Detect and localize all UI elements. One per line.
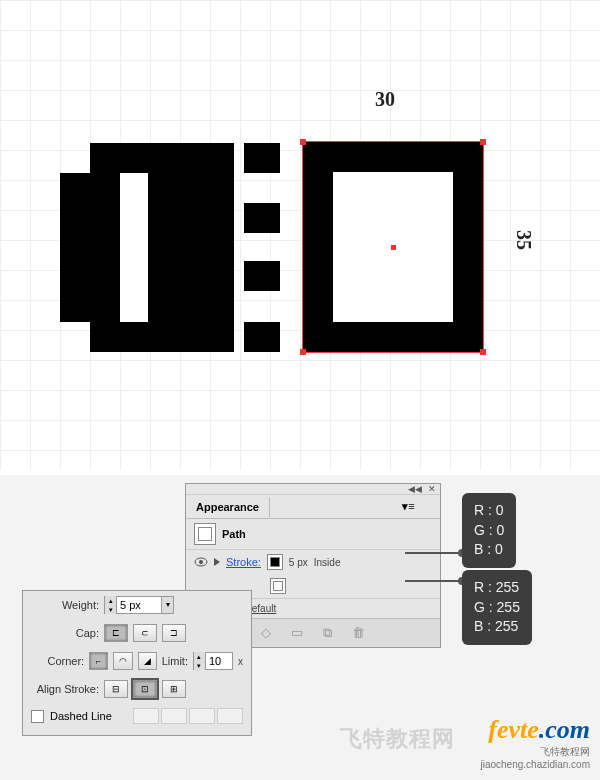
close-icon[interactable]: ✕ <box>428 484 436 494</box>
panel-menu-icon[interactable]: ▾≡ <box>270 496 440 517</box>
selection-handle-bl[interactable] <box>300 349 306 355</box>
callout-line-stroke <box>405 552 463 554</box>
limit-label: Limit: <box>162 655 188 667</box>
new-stroke-icon[interactable]: ▭ <box>291 625 303 641</box>
panels-area: ◀◀ ✕ Appearance ▾≡ Path Stroke: 5 px Ins… <box>0 475 600 780</box>
appearance-tab[interactable]: Appearance <box>186 497 270 517</box>
visibility-toggle-icon[interactable] <box>194 555 208 569</box>
corner-bevel-button[interactable]: ◢ <box>138 652 157 670</box>
trash-icon[interactable]: 🗑 <box>352 625 365 641</box>
callout-line-fill <box>405 580 463 582</box>
cap-projecting-button[interactable]: ⊐ <box>162 624 186 642</box>
site-logo: fevte.com 飞特教程网 jiaocheng.chazidian.com <box>480 715 590 770</box>
stroke-weight-value: 5 px <box>289 557 308 568</box>
rgb-fill-callout: R : 255 G : 255 B : 255 <box>462 570 532 645</box>
duplicate-icon[interactable]: ⧉ <box>323 625 332 641</box>
corner-label: Corner: <box>31 655 84 667</box>
logo-tagline: 飞特教程网 <box>480 745 590 759</box>
rgb-stroke-callout: R : 0 G : 0 B : 0 <box>462 493 516 568</box>
logo-brand-b: .com <box>539 715 590 744</box>
logo-brand-a: fevte <box>488 715 539 744</box>
artboard[interactable]: 30 35 <box>0 0 600 470</box>
rgb-r: R : 0 <box>474 501 504 521</box>
collapse-icon[interactable]: ◀◀ <box>408 484 422 494</box>
pixel-shape-left[interactable] <box>60 143 234 352</box>
cap-round-button[interactable]: ⊂ <box>133 624 157 642</box>
dimension-width: 30 <box>375 88 395 111</box>
dashed-line-label: Dashed Line <box>50 710 112 722</box>
corner-round-button[interactable]: ◠ <box>113 652 132 670</box>
stroke-swatch[interactable] <box>267 554 283 570</box>
svg-point-1 <box>199 560 203 564</box>
selection-center <box>391 245 396 250</box>
limit-unit: x <box>238 656 243 667</box>
dimension-height: 35 <box>512 230 535 250</box>
rgb-r: R : 255 <box>474 578 520 598</box>
weight-stepper[interactable]: ▴▾ ▾ <box>104 596 174 614</box>
weight-label: Weight: <box>31 599 99 611</box>
stroke-link[interactable]: Stroke: <box>226 556 261 568</box>
fill-swatch[interactable] <box>270 578 286 594</box>
stroke-align-value: Inside <box>314 557 341 568</box>
selection-handle-tl[interactable] <box>300 139 306 145</box>
cap-butt-button[interactable]: ⊏ <box>104 624 128 642</box>
weight-dropdown[interactable]: ▾ <box>161 597 173 613</box>
pixel-stripes[interactable] <box>244 143 280 352</box>
rgb-b: B : 255 <box>474 617 520 637</box>
watermark: 飞特教程网 <box>340 724 455 754</box>
dashed-line-checkbox[interactable] <box>31 710 44 723</box>
expand-icon[interactable] <box>214 558 220 566</box>
object-thumbnail <box>194 523 216 545</box>
corner-miter-button[interactable]: ⌐ <box>89 652 108 670</box>
logo-url: jiaocheng.chazidian.com <box>480 759 590 770</box>
limit-input[interactable] <box>206 653 232 669</box>
selection-handle-br[interactable] <box>480 349 486 355</box>
selection-handle-tr[interactable] <box>480 139 486 145</box>
weight-input[interactable] <box>117 597 161 613</box>
align-stroke-label: Align Stroke: <box>31 683 99 695</box>
new-fill-icon[interactable]: ◇ <box>261 625 271 641</box>
align-inside-button[interactable]: ⊡ <box>133 680 157 698</box>
align-outside-button[interactable]: ⊞ <box>162 680 186 698</box>
cap-label: Cap: <box>31 627 99 639</box>
rgb-g: G : 0 <box>474 521 504 541</box>
dash-pattern-inputs <box>133 708 243 724</box>
align-center-button[interactable]: ⊟ <box>104 680 128 698</box>
limit-stepper[interactable]: ▴▾ <box>193 652 233 670</box>
object-type-label: Path <box>222 528 246 540</box>
stroke-panel[interactable]: Weight: ▴▾ ▾ Cap: ⊏ ⊂ ⊐ Corner: ⌐ ◠ ◢ Li… <box>22 590 252 736</box>
rgb-g: G : 255 <box>474 598 520 618</box>
rgb-b: B : 0 <box>474 540 504 560</box>
